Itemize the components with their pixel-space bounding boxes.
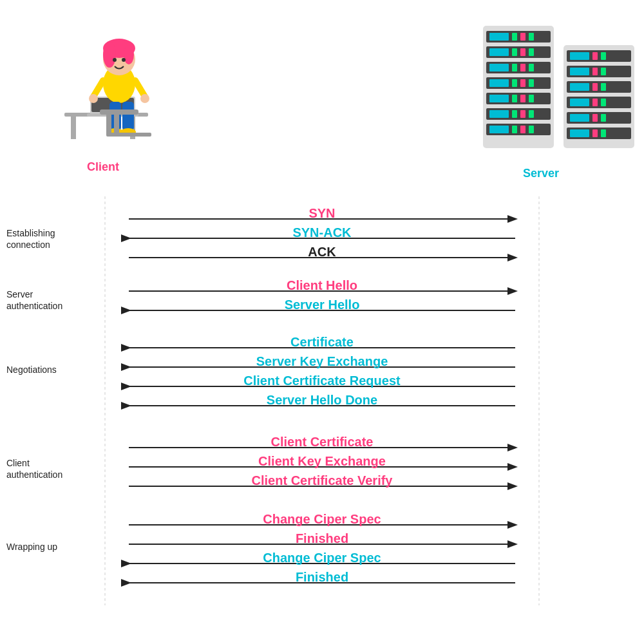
client-label: Client — [39, 160, 167, 174]
svg-rect-34 — [520, 48, 526, 56]
svg-point-16 — [122, 58, 126, 62]
svg-rect-83 — [570, 129, 589, 137]
svg-rect-47 — [489, 95, 509, 102]
svg-rect-73 — [601, 83, 606, 91]
svg-rect-58 — [512, 126, 517, 133]
client-figure: Client — [39, 13, 167, 174]
msg-syn: SYN — [0, 206, 644, 221]
svg-rect-50 — [529, 95, 534, 102]
svg-rect-30 — [529, 33, 534, 41]
svg-rect-63 — [570, 52, 589, 60]
svg-rect-27 — [489, 33, 509, 41]
svg-line-7 — [93, 80, 103, 97]
server-label: Server — [477, 167, 605, 180]
svg-rect-54 — [520, 110, 526, 118]
svg-rect-24 — [106, 133, 151, 137]
svg-rect-72 — [592, 83, 598, 91]
svg-point-10 — [140, 94, 149, 103]
svg-rect-29 — [520, 33, 526, 41]
svg-point-9 — [89, 94, 98, 103]
svg-rect-69 — [601, 68, 606, 75]
svg-rect-75 — [570, 99, 589, 106]
msg-finished-1: Finished — [0, 531, 644, 546]
svg-rect-67 — [570, 68, 589, 75]
svg-rect-44 — [520, 79, 526, 87]
svg-rect-32 — [489, 48, 509, 56]
msg-change-cipher-1: Change Ciper Spec — [0, 512, 644, 527]
svg-rect-21 — [100, 109, 138, 115]
svg-rect-23 — [114, 115, 119, 134]
msg-server-key-exchange: Server Key Exchange — [0, 354, 644, 369]
client-illustration — [45, 13, 161, 155]
svg-rect-79 — [570, 114, 589, 122]
msg-change-cipher-2: Change Ciper Spec — [0, 551, 644, 565]
svg-rect-80 — [592, 114, 598, 122]
svg-rect-77 — [601, 99, 606, 106]
msg-server-hello: Server Hello — [0, 298, 644, 312]
svg-rect-43 — [512, 79, 517, 87]
server-figure: Server — [477, 13, 605, 180]
msg-ack: ACK — [0, 245, 644, 260]
svg-rect-45 — [529, 79, 534, 87]
svg-rect-1 — [71, 117, 76, 139]
svg-point-15 — [113, 58, 117, 62]
svg-rect-60 — [529, 126, 534, 133]
svg-rect-40 — [529, 64, 534, 71]
svg-rect-76 — [592, 99, 598, 106]
svg-rect-22 — [106, 115, 111, 134]
msg-client-key-exchange: Client Key Exchange — [0, 454, 644, 469]
svg-rect-59 — [520, 126, 526, 133]
svg-rect-37 — [489, 64, 509, 71]
svg-rect-48 — [512, 95, 517, 102]
svg-rect-39 — [520, 64, 526, 71]
msg-syn-ack: SYN-ACK — [0, 225, 644, 240]
svg-rect-81 — [601, 114, 606, 122]
msg-client-hello: Client Hello — [0, 278, 644, 293]
svg-rect-84 — [592, 129, 598, 137]
svg-rect-53 — [512, 110, 517, 118]
msg-finished-2: Finished — [0, 570, 644, 585]
server-illustration — [477, 13, 644, 161]
svg-rect-64 — [592, 52, 598, 60]
svg-point-13 — [103, 42, 116, 68]
svg-rect-49 — [520, 95, 526, 102]
msg-client-cert-verify: Client Certificate Verify — [0, 473, 644, 488]
svg-rect-71 — [570, 83, 589, 91]
svg-rect-33 — [512, 48, 517, 56]
svg-rect-68 — [592, 68, 598, 75]
msg-client-cert-request: Client Certificate Request — [0, 374, 644, 388]
svg-rect-42 — [489, 79, 509, 87]
svg-rect-52 — [489, 110, 509, 118]
svg-rect-35 — [529, 48, 534, 56]
msg-certificate: Certificate — [0, 335, 644, 350]
msg-server-hello-done: Server Hello Done — [0, 393, 644, 408]
msg-client-certificate: Client Certificate — [0, 435, 644, 450]
svg-rect-18 — [122, 102, 134, 131]
svg-point-14 — [124, 45, 134, 64]
svg-line-8 — [135, 80, 145, 97]
svg-rect-85 — [601, 129, 606, 137]
diagram-container: Client — [0, 0, 644, 644]
svg-rect-55 — [529, 110, 534, 118]
svg-rect-65 — [601, 52, 606, 60]
svg-rect-28 — [512, 33, 517, 41]
svg-rect-57 — [489, 126, 509, 133]
svg-rect-38 — [512, 64, 517, 71]
